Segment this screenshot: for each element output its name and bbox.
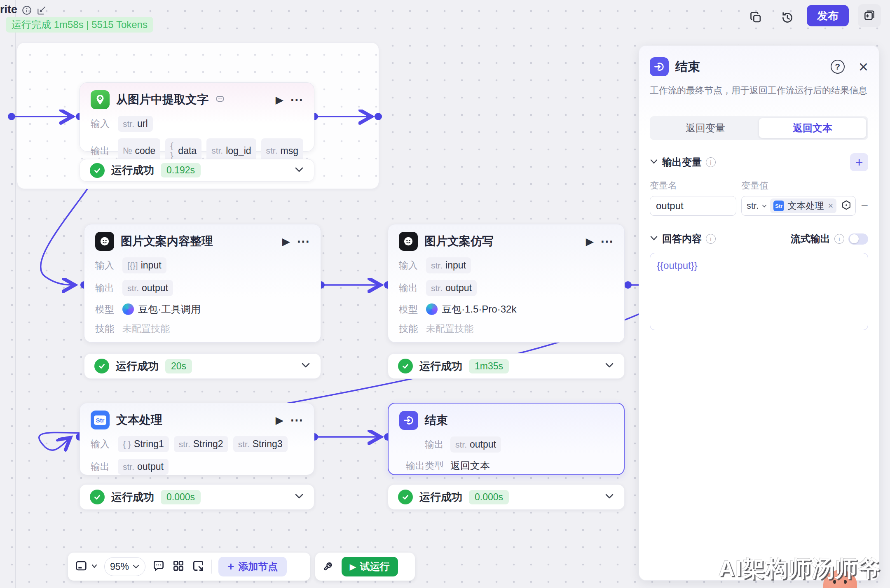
remove-ref-icon[interactable]: × xyxy=(828,201,834,211)
ocr-plugin-icon xyxy=(91,90,110,109)
node-title: 文本处理 xyxy=(116,412,162,428)
node-input-row: 输入 str.input xyxy=(399,257,614,273)
output-vars-section-header: 输出变量 i + xyxy=(650,153,868,171)
success-check-icon xyxy=(94,359,109,373)
zoom-select[interactable]: 95% xyxy=(104,557,145,576)
var-value-control[interactable]: str. Str 文本处理 - o... × xyxy=(741,196,856,216)
end-node-icon xyxy=(399,411,418,430)
param-tag: str.String3 xyxy=(233,436,288,452)
status-bar-end[interactable]: 运行成功 0.000s xyxy=(388,484,625,510)
param-tag: str.output xyxy=(426,280,477,296)
remove-var-button[interactable]: − xyxy=(861,199,868,213)
node-extract-text[interactable]: 从图片中提取文字 ▶ ⋯ 输入 str.url 输出 № xyxy=(80,82,314,152)
chevron-down-icon xyxy=(762,204,767,208)
info-icon[interactable]: i xyxy=(706,157,716,167)
chevron-down-icon[interactable] xyxy=(294,166,304,175)
close-icon[interactable]: × xyxy=(859,60,868,74)
status-bar-text-process[interactable]: 运行成功 0.000s xyxy=(80,484,314,510)
answer-content-textarea[interactable]: {{output}} xyxy=(650,253,868,330)
text-process-icon: Str xyxy=(91,411,110,429)
stream-output-toggle[interactable] xyxy=(848,233,868,245)
wrench-icon[interactable] xyxy=(323,560,335,574)
run-time-badge: 0.192s xyxy=(161,163,201,177)
window-plus-icon xyxy=(863,9,876,22)
node-skill-row: 技能 未配置技能 xyxy=(95,322,310,335)
workflow-editor: 从图片中提取文字 ▶ ⋯ 输入 str.url 输出 № xyxy=(0,0,890,588)
run-time-badge: 0.000s xyxy=(469,490,509,504)
node-organize[interactable]: 图片文案内容整理 ▶ ⋯ 输入 [{}]input 输出 str.output … xyxy=(84,224,321,343)
port-imitate-out[interactable] xyxy=(624,281,632,289)
comment-icon[interactable] xyxy=(152,559,165,574)
status-bar-extract[interactable]: 运行成功 0.192s xyxy=(80,159,314,182)
param-tag: str.output xyxy=(122,280,173,296)
help-icon[interactable]: ? xyxy=(831,60,845,74)
chevron-down-icon[interactable] xyxy=(650,235,658,243)
node-more-menu[interactable]: ⋯ xyxy=(290,96,303,104)
status-bar-organize[interactable]: 运行成功 20s xyxy=(84,353,321,379)
var-ref-chip[interactable]: Str 文本处理 - o... × xyxy=(770,198,836,213)
status-bar-imitate[interactable]: 运行成功 1m35s xyxy=(388,353,625,379)
return-mode-tabs: 返回变量 返回文本 xyxy=(650,116,868,140)
panel-title: 结束 xyxy=(675,58,824,75)
chevron-down-icon[interactable] xyxy=(294,493,304,501)
param-tag: str.output xyxy=(118,459,169,475)
doubao-model-icon xyxy=(122,303,134,315)
node-more-menu[interactable]: ⋯ xyxy=(290,416,303,424)
port-entry[interactable] xyxy=(8,113,15,120)
node-title: 结束 xyxy=(425,413,448,428)
copy-icon[interactable] xyxy=(749,11,763,26)
workflow-title: rite xyxy=(0,3,17,16)
node-input-row: 输入 str.url xyxy=(91,116,303,132)
canvas-toolbar: 95% + 添加节点 xyxy=(68,553,310,581)
auto-layout-icon[interactable] xyxy=(172,559,185,574)
node-end[interactable]: 结束 输出 str.output 输出类型 返回文本 xyxy=(388,403,625,475)
publish-button[interactable]: 发布 xyxy=(807,5,849,26)
run-node-button[interactable]: ▶ xyxy=(276,414,283,426)
settings-hexagon-icon[interactable] xyxy=(841,199,852,212)
edge-extract-to-organize xyxy=(41,189,87,285)
minimap-icon[interactable] xyxy=(75,559,88,574)
var-column-labels: 变量名 变量值 xyxy=(650,180,868,192)
run-node-button[interactable]: ▶ xyxy=(282,236,290,247)
node-output-row: 输出 str.output xyxy=(91,459,303,475)
node-text-process[interactable]: Str 文本处理 ▶ ⋯ 输入 { }String1 str.String2 s… xyxy=(80,403,314,475)
doubao-model-icon xyxy=(426,303,438,315)
info-icon[interactable] xyxy=(21,5,32,17)
param-tag: [{}]input xyxy=(122,257,166,273)
chevron-down-icon[interactable] xyxy=(301,362,311,370)
run-node-button[interactable]: ▶ xyxy=(586,236,594,247)
add-output-var-button[interactable]: + xyxy=(850,153,868,171)
canvas-left-divider xyxy=(15,0,16,588)
edit-title-icon[interactable] xyxy=(36,5,47,17)
open-panel-icon-button[interactable] xyxy=(858,4,881,27)
node-skill-row: 技能 未配置技能 xyxy=(399,322,614,335)
chevron-down-icon[interactable] xyxy=(604,362,614,370)
node-model-row: 模型 豆包·1.5·Pro·32k xyxy=(399,303,614,316)
export-canvas-icon[interactable] xyxy=(192,559,205,574)
chevron-down-icon[interactable] xyxy=(604,493,614,501)
tab-return-text[interactable]: 返回文本 xyxy=(759,118,866,138)
success-check-icon xyxy=(90,163,105,178)
info-icon[interactable]: i xyxy=(706,234,716,244)
plugin-badge-icon xyxy=(215,94,225,105)
chevron-down-icon xyxy=(132,564,140,569)
run-time-badge: 0.000s xyxy=(161,490,201,504)
history-icon[interactable] xyxy=(780,11,794,26)
minimap-chevron-icon[interactable] xyxy=(91,563,98,570)
node-output-row: 输出 str.output xyxy=(95,280,310,296)
watermark: AI架构师汤师爷 xyxy=(719,554,881,584)
run-node-button[interactable]: ▶ xyxy=(276,94,283,106)
info-icon[interactable]: i xyxy=(834,234,844,244)
var-name-input[interactable] xyxy=(650,196,736,216)
node-more-menu[interactable]: ⋯ xyxy=(297,237,310,245)
tab-return-variables[interactable]: 返回变量 xyxy=(652,118,759,138)
chevron-down-icon[interactable] xyxy=(650,159,658,166)
node-more-menu[interactable]: ⋯ xyxy=(600,237,614,245)
node-imitate[interactable]: 图片文案仿写 ▶ ⋯ 输入 str.input 输出 str.output 模型… xyxy=(388,224,625,343)
toolbar-divider xyxy=(211,560,212,574)
test-run-button[interactable]: ▶ 试运行 xyxy=(342,557,398,576)
add-node-button[interactable]: + 添加节点 xyxy=(218,557,287,576)
node-title: 图片文案内容整理 xyxy=(121,233,213,249)
node-input-row: 输入 { }String1 str.String2 str.String3 xyxy=(91,436,303,452)
param-tag: { }String1 xyxy=(118,436,169,452)
